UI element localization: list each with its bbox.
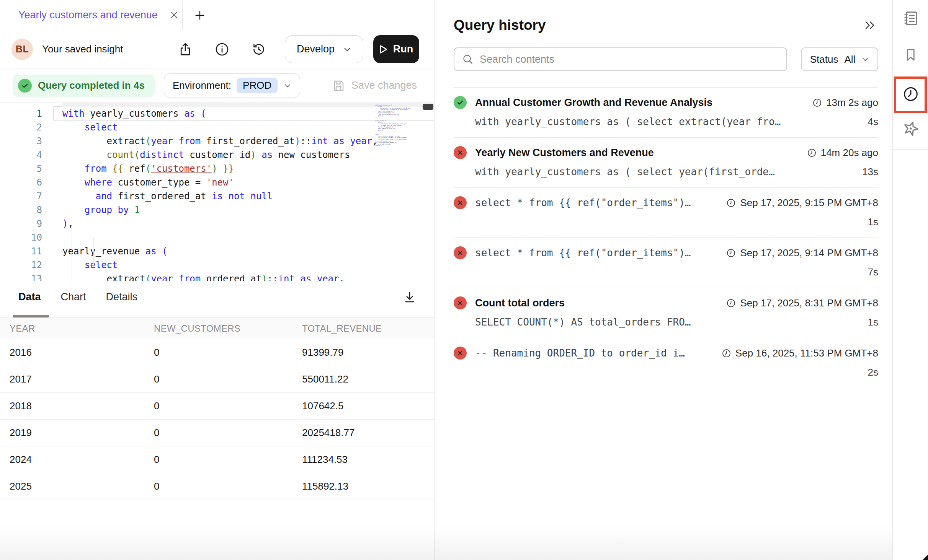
- table-header-row: YEARNEW_CUSTOMERSTOTAL_REVENUE: [0, 317, 434, 339]
- history-item-title: select * from {{ ref("order_items")…: [475, 197, 691, 208]
- info-icon[interactable]: [214, 41, 230, 58]
- play-icon: [379, 45, 388, 54]
- table-row[interactable]: 2016091399.79: [0, 339, 434, 366]
- tab-yearly-customers-and-revenue[interactable]: Yearly customers and revenue: [0, 0, 180, 30]
- editor-code[interactable]: 1with yearly_customers as (2 select3 ext…: [0, 103, 434, 281]
- code-line-1[interactable]: 1with yearly_customers as (: [0, 107, 434, 120]
- status-bar: Query completed in 4s Environment: PROD …: [0, 68, 434, 103]
- tab-data[interactable]: Data: [18, 291, 41, 303]
- table-cell: 2019: [10, 427, 154, 439]
- line-number: 6: [0, 176, 54, 189]
- editor-scrollbar[interactable]: [423, 104, 434, 281]
- history-item-title: Annual Customer Growth and Revenue Analy…: [475, 97, 712, 109]
- history-item[interactable]: -- Renaming ORDER_ID to order_id i…Sep 1…: [454, 338, 878, 388]
- line-number: 2: [0, 120, 54, 134]
- table-cell: 0: [154, 454, 302, 466]
- code-line-3[interactable]: 3 extract(year from first_ordered_at)::i…: [0, 134, 434, 148]
- history-item-title: Count total orders: [475, 297, 565, 309]
- line-number: 1: [0, 107, 54, 120]
- table-row[interactable]: 20180107642.5: [0, 393, 434, 420]
- code-line-9[interactable]: 9),: [0, 217, 434, 231]
- history-item-duration: 13s: [862, 166, 878, 178]
- clock-icon: [807, 148, 817, 158]
- code-line-6[interactable]: 6 where customer_type = 'new': [0, 176, 434, 189]
- status-success-icon: [454, 96, 467, 109]
- history-item-duration: 7s: [868, 266, 878, 278]
- history-item[interactable]: Count total ordersSep 17, 2025, 8:31 PM …: [454, 288, 878, 338]
- tab-chart[interactable]: Chart: [61, 291, 86, 303]
- environment-value-pill: PROD: [237, 78, 278, 93]
- table-row[interactable]: 20250115892.13: [0, 473, 434, 500]
- tab-close-icon[interactable]: [168, 9, 180, 21]
- clock-icon: [726, 248, 736, 258]
- table-cell: 0: [154, 347, 302, 358]
- code-line-12[interactable]: 12 select: [0, 258, 434, 272]
- avatar: BL: [11, 39, 33, 60]
- line-number: 12: [0, 258, 54, 272]
- code-line-5[interactable]: 5 from {{ ref('customers') }}: [0, 162, 434, 176]
- status-error-icon: [454, 246, 467, 259]
- catalog-icon[interactable]: [893, 5, 928, 31]
- history-item-time: Sep 17, 2025, 9:15 PM GMT+8: [726, 197, 878, 209]
- indent-guide: [93, 238, 94, 264]
- history-item-time: Sep 17, 2025, 8:31 PM GMT+8: [726, 297, 878, 309]
- save-changes-button[interactable]: Save changes: [332, 79, 417, 93]
- run-button[interactable]: Run: [373, 35, 419, 63]
- line-number: 7: [0, 189, 54, 203]
- bookmark-icon[interactable]: [893, 42, 928, 68]
- history-item[interactable]: select * from {{ ref("order_items")…Sep …: [454, 188, 878, 238]
- search-box[interactable]: [454, 47, 787, 71]
- status-error-icon: [454, 146, 467, 159]
- collapse-panel-icon[interactable]: [861, 17, 878, 34]
- column-header: TOTAL_REVENUE: [302, 323, 434, 334]
- code-line-7[interactable]: 7 and first_ordered_at is not null: [0, 189, 434, 203]
- search-input[interactable]: [480, 54, 779, 65]
- code-line-8[interactable]: 8 group by 1: [0, 203, 434, 217]
- status-filter-dropdown[interactable]: Status All: [801, 47, 878, 71]
- table-row[interactable]: 20170550011.22: [0, 366, 434, 393]
- history-item[interactable]: Yearly New Customers and Revenue14m 20s …: [454, 138, 878, 188]
- column-header: YEAR: [10, 323, 154, 334]
- line-number: 10: [0, 231, 54, 244]
- table-cell: 111234.53: [302, 454, 434, 466]
- search-icon: [462, 54, 474, 65]
- status-error-icon: [454, 347, 467, 360]
- query-history-icon[interactable]: [893, 81, 928, 107]
- editor-scrollbar-handle[interactable]: [423, 104, 433, 110]
- share-icon[interactable]: [177, 41, 194, 58]
- active-tab-underline: [13, 315, 49, 317]
- query-status-text: Query completed in 4s: [38, 80, 145, 91]
- history-item-duration: 1s: [868, 316, 878, 328]
- editor-minimap[interactable]: with yearly_customers as ( select extrac…: [374, 104, 421, 273]
- status-filter-value: All: [844, 54, 855, 65]
- explore-star-icon[interactable]: [893, 116, 928, 142]
- line-number: 8: [0, 203, 54, 217]
- sql-editor[interactable]: 1with yearly_customers as (2 select3 ext…: [0, 103, 434, 281]
- version-history-icon[interactable]: [250, 41, 267, 58]
- history-item[interactable]: Annual Customer Growth and Revenue Analy…: [454, 88, 878, 138]
- table-row[interactable]: 20240111234.53: [0, 446, 434, 473]
- code-line-2[interactable]: 2 select: [0, 120, 434, 134]
- window-resize-corner[interactable]: [923, 555, 928, 560]
- success-check-icon: [18, 79, 32, 93]
- save-changes-label: Save changes: [351, 80, 417, 91]
- indent-guide: [72, 224, 72, 281]
- new-tab-button[interactable]: [188, 0, 211, 30]
- history-item-title: select * from {{ ref("order_items")…: [475, 247, 691, 259]
- tab-divider: [182, 0, 183, 30]
- tab-details[interactable]: Details: [106, 291, 138, 303]
- status-error-icon: [454, 296, 467, 309]
- query-history-title: Query history: [454, 17, 546, 33]
- download-icon[interactable]: [400, 288, 419, 306]
- table-cell: 91399.79: [302, 347, 434, 358]
- environment-dropdown[interactable]: Environment: PROD: [164, 73, 300, 98]
- table-row[interactable]: 201902025418.77: [0, 420, 434, 446]
- code-line-11[interactable]: 11yearly_revenue as (: [0, 244, 434, 258]
- develop-button[interactable]: Develop: [285, 35, 363, 63]
- history-item[interactable]: select * from {{ ref("order_items")…Sep …: [454, 238, 878, 288]
- code-line-4[interactable]: 4 count(distinct customer_id) as new_cus…: [0, 148, 434, 162]
- history-item-query-preview: with yearly_customers as ( select year(f…: [475, 166, 775, 177]
- code-line-10[interactable]: 10: [0, 231, 434, 244]
- code-line-13[interactable]: 13 extract(year from ordered_at)::int as…: [0, 272, 434, 281]
- line-number: 9: [0, 217, 54, 231]
